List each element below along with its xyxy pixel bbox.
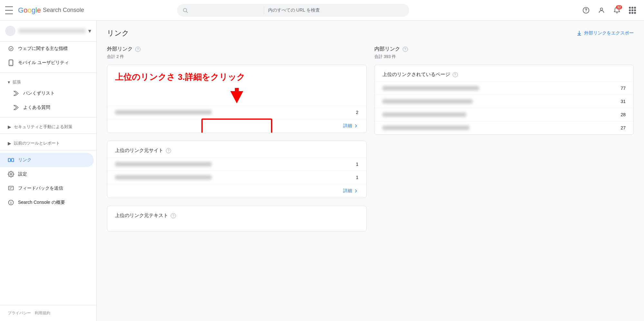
notifications-button[interactable]: 32	[610, 4, 623, 17]
top-linking-text-card: 上位のリンク元テキスト ?	[107, 206, 367, 231]
sidebar-item-web-vitals[interactable]: ウェブに関する主な指標	[0, 42, 94, 56]
help-button[interactable]	[580, 4, 592, 17]
card-title: 上位のリンク元サイト ?	[107, 141, 366, 157]
card-title-text: 上位のリンク元テキスト	[115, 212, 168, 219]
card-rows: 77 31 28 27	[375, 81, 634, 135]
property-selector[interactable]: ▾	[0, 21, 96, 42]
card-footer: 詳細	[107, 184, 366, 198]
svg-point-7	[11, 64, 11, 65]
divider	[0, 134, 96, 134]
card-footer-wrapper: 詳細	[107, 119, 366, 133]
sidebar-item-label: 設定	[18, 171, 27, 177]
divider	[0, 72, 96, 73]
links-icon	[8, 157, 14, 163]
sidebar-item-label: フィードバックを送信	[18, 185, 63, 191]
internal-links-count: 合計 393 件	[374, 54, 634, 60]
sidebar-item-about[interactable]: Search Console の概要	[0, 195, 94, 210]
external-links-help-icon[interactable]: ?	[135, 47, 140, 52]
svg-point-13	[10, 174, 12, 175]
faq-icon	[13, 104, 19, 111]
notification-count: 32	[616, 5, 622, 9]
search-bar[interactable]: 内のすべての URL を検査	[177, 4, 409, 17]
export-button[interactable]: 外部リンクをエクスポー	[576, 30, 634, 36]
sidebar-item-links[interactable]: リンク	[0, 153, 94, 167]
svg-point-5	[9, 46, 13, 51]
sidebar-section-enhancements[interactable]: ▾ 拡張	[0, 75, 96, 86]
svg-rect-14	[9, 186, 14, 190]
card-help-icon[interactable]: ?	[453, 72, 458, 77]
card-help-icon[interactable]: ?	[166, 148, 171, 153]
external-links-header: 外部リンク ? 合計 2 件	[107, 46, 367, 60]
details-button[interactable]: 詳細	[343, 188, 359, 194]
card-rows: 2	[107, 106, 366, 119]
table-row: 77	[375, 82, 634, 95]
table-row: 2	[107, 106, 366, 119]
svg-marker-9	[14, 105, 18, 110]
terms-link[interactable]: 利用規約	[35, 310, 50, 316]
links-grid: 外部リンク ? 合計 2 件 上位のリンクさ3.詳細をクリック	[107, 46, 634, 239]
section-chevron-icon: ▶	[8, 141, 11, 146]
external-links-title: 外部リンク ?	[107, 46, 367, 52]
svg-rect-10	[8, 158, 11, 162]
card-rows: 1 1	[107, 157, 366, 184]
url-cell	[382, 112, 466, 117]
apps-button[interactable]	[626, 4, 639, 17]
table-row: 31	[375, 95, 634, 108]
svg-point-4	[600, 8, 602, 10]
sidebar-item-breadcrumbs[interactable]: パンくずリスト	[0, 86, 94, 100]
menu-icon[interactable]	[5, 6, 13, 14]
top-linking-sites-card: 上位のリンク元サイト ? 1 1	[107, 141, 367, 198]
section-chevron-icon: ▾	[8, 80, 10, 85]
table-row: 27	[375, 121, 634, 135]
property-icon	[5, 26, 15, 36]
sidebar-item-feedback[interactable]: フィードバックを送信	[0, 181, 94, 195]
sidebar-item-label: よくある質問	[23, 105, 50, 110]
section-chevron-icon: ▶	[8, 124, 11, 129]
app-body: ▾ ウェブに関する主な指標 モバイル ユーザビリティ ▾ 拡張	[0, 21, 644, 321]
export-label: 外部リンクをエクスポー	[584, 30, 634, 36]
sidebar-item-mobile[interactable]: モバイル ユーザビリティ	[0, 56, 94, 70]
card-title: 上位のリンク元テキスト ?	[107, 206, 366, 222]
logo-text: Search Console	[43, 7, 84, 14]
url-cell	[115, 162, 212, 166]
url-cell	[115, 110, 212, 115]
details-button[interactable]: 詳細	[343, 123, 359, 129]
top-linked-pages-internal-card: 上位のリンクされているページ ? 77 31	[374, 65, 634, 135]
settings-icon	[8, 171, 14, 177]
privacy-link[interactable]: プライバシー	[8, 310, 31, 316]
card-title-text: 上位のリンクされているページ	[382, 71, 450, 78]
count-cell: 1	[356, 175, 359, 180]
count-cell: 28	[620, 112, 626, 117]
property-chevron-icon: ▾	[88, 27, 91, 34]
svg-point-3	[586, 11, 586, 12]
sidebar-footer: プライバシー 利用規約	[0, 305, 96, 321]
card-help-icon[interactable]: ?	[171, 213, 176, 218]
sidebar-section-security[interactable]: ▶ セキュリティと手動による対策	[0, 120, 96, 131]
sidebar-item-label: リンク	[18, 157, 32, 163]
sidebar-item-faq[interactable]: よくある質問	[0, 100, 94, 115]
section-label: 以前のツールとレポート	[14, 140, 60, 146]
search-icon	[182, 7, 188, 13]
internal-links-help-icon[interactable]: ?	[403, 47, 408, 52]
info-icon	[8, 199, 14, 206]
sidebar-item-label: ウェブに関する主な指標	[18, 46, 68, 52]
svg-point-19	[11, 201, 11, 202]
table-row: 28	[375, 108, 634, 121]
sidebar-section-legacy[interactable]: ▶ 以前のツールとレポート	[0, 137, 96, 147]
account-button[interactable]	[595, 4, 608, 17]
sidebar-item-settings[interactable]: 設定	[0, 167, 94, 181]
logo[interactable]: Google Search Console	[18, 6, 84, 14]
svg-line-1	[186, 11, 187, 13]
top-linked-pages-card: 上位のリンクさ3.詳細をクリック 2	[107, 65, 367, 133]
divider	[0, 117, 96, 118]
sidebar-item-label: Search Console の概要	[18, 200, 65, 205]
web-vitals-icon	[8, 45, 14, 52]
property-name	[18, 28, 86, 33]
arrow-annotation	[107, 87, 366, 106]
divider	[0, 150, 96, 150]
header-actions: 32	[580, 4, 639, 17]
svg-rect-22	[235, 88, 239, 94]
table-row: 1	[107, 171, 366, 184]
url-cell	[382, 86, 479, 90]
card-footer: 詳細	[107, 119, 366, 133]
